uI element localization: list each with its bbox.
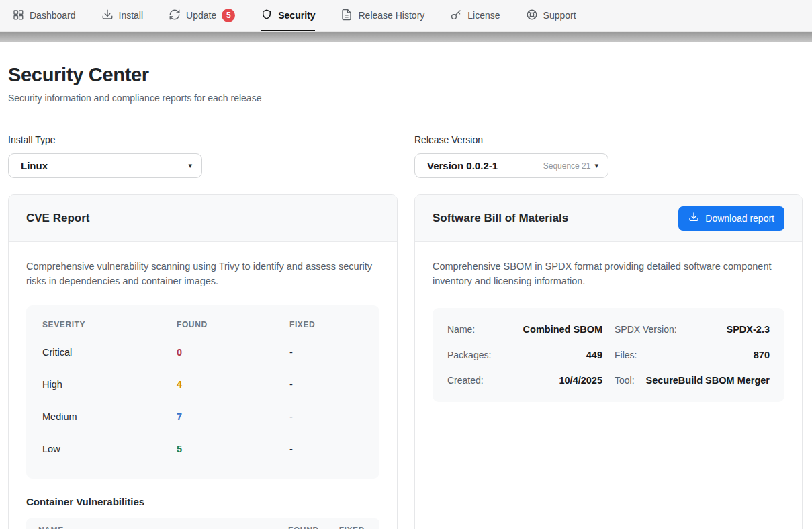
nav-tab-license[interactable]: License <box>450 0 500 31</box>
release-version-value: Version 0.0.2-1 <box>427 160 498 171</box>
sbom-info-name: Name: Combined SBOM <box>447 324 602 335</box>
fixed-count: - <box>289 336 363 368</box>
found-count: 7 <box>177 401 289 433</box>
release-version-field: Release Version Version 0.0.2-1 Sequence… <box>414 134 803 178</box>
download-report-button[interactable]: Download report <box>678 206 784 231</box>
release-version-select[interactable]: Version 0.0.2-1 Sequence 21 ▾ <box>414 153 608 178</box>
nav-tab-update[interactable]: Update 5 <box>169 0 235 31</box>
sbom-info-panel: Name: Combined SBOM SPDX Version: SPDX-2… <box>433 308 784 402</box>
found-count: 0 <box>177 336 289 368</box>
table-row-high: High 4 - <box>42 368 363 401</box>
filters-row: Install Type Linux ▾ Release Version Ver… <box>8 134 804 178</box>
column-header-fixed: FIXED <box>289 320 363 336</box>
info-label: Packages: <box>447 350 491 360</box>
info-value: SecureBuild SBOM Merger <box>645 375 770 386</box>
nav-label: Release History <box>358 10 424 21</box>
fixed-count: - <box>289 433 363 465</box>
info-value: 870 <box>754 350 770 360</box>
info-value: SPDX-2.3 <box>727 324 770 335</box>
info-label: Created: <box>447 375 484 386</box>
info-label: Tool: <box>615 375 635 386</box>
column-header-found: FOUND <box>288 526 336 529</box>
install-type-select[interactable]: Linux ▾ <box>8 153 202 178</box>
severity-label: Low <box>42 433 177 465</box>
page-subtitle: Security information and compliance repo… <box>8 93 804 104</box>
install-type-value: Linux <box>21 160 48 171</box>
info-value: 449 <box>586 350 602 360</box>
info-value: 10/4/2025 <box>559 375 602 386</box>
refresh-icon <box>169 9 181 23</box>
info-label: Files: <box>615 350 637 360</box>
fixed-count: - <box>289 401 363 433</box>
table-row-medium: Medium 7 - <box>42 401 363 433</box>
update-count-badge: 5 <box>222 9 235 22</box>
table-row-critical: Critical 0 - <box>42 336 363 368</box>
sbom-card: Software Bill of Materials Download repo… <box>414 194 803 529</box>
nav-label: Dashboard <box>30 10 76 21</box>
sbom-info-packages: Packages: 449 <box>447 350 602 360</box>
nav-label: License <box>467 10 500 21</box>
report-cards-row: CVE Report Comprehensive vulnerability s… <box>8 194 804 529</box>
column-header-severity: SEVERITY <box>42 320 177 336</box>
chevron-down-icon: ▾ <box>594 162 598 169</box>
container-vulnerabilities-title: Container Vulnerabilities <box>26 496 379 507</box>
install-type-field: Install Type Linux ▾ <box>8 134 398 178</box>
install-type-label: Install Type <box>8 134 398 145</box>
top-navigation: Dashboard Install Update 5 Security Rele… <box>0 0 812 32</box>
severity-label: Critical <box>42 336 177 368</box>
nav-label: Install <box>119 10 144 21</box>
sbom-card-header: Software Bill of Materials Download repo… <box>415 195 802 242</box>
info-label: Name: <box>447 324 475 335</box>
severity-table: SEVERITY FOUND FIXED Critical 0 - High 4… <box>26 305 379 479</box>
nav-tab-dashboard[interactable]: Dashboard <box>12 0 76 31</box>
sbom-info-files: Files: 870 <box>615 350 770 360</box>
sbom-info-tool: Tool: SecureBuild SBOM Merger <box>615 375 770 386</box>
severity-label: Medium <box>42 401 177 433</box>
nav-tab-release-history[interactable]: Release History <box>341 0 424 31</box>
cve-card-title: CVE Report <box>26 212 89 225</box>
document-icon <box>341 9 353 23</box>
download-icon <box>101 9 114 23</box>
found-count: 5 <box>177 433 289 465</box>
nav-label: Security <box>278 10 315 21</box>
cve-card-body: Comprehensive vulnerability scanning usi… <box>9 242 397 529</box>
sbom-description: Comprehensive SBOM in SPDX format provid… <box>433 259 782 289</box>
nav-tab-support[interactable]: Support <box>526 0 576 31</box>
column-header-name: NAME <box>38 526 288 529</box>
release-sequence-label: Sequence 21 <box>543 161 591 171</box>
nav-label: Update <box>186 10 216 21</box>
chevron-down-icon: ▾ <box>188 162 192 169</box>
cve-description: Comprehensive vulnerability scanning usi… <box>26 259 375 289</box>
sbom-card-title: Software Bill of Materials <box>433 212 568 225</box>
nav-label: Support <box>543 10 576 21</box>
release-version-label: Release Version <box>414 134 803 145</box>
severity-table-header: SEVERITY FOUND FIXED <box>42 320 363 336</box>
page-title: Security Center <box>8 64 804 86</box>
nav-tab-security[interactable]: Security <box>261 0 315 31</box>
lifebuoy-icon <box>526 9 538 23</box>
sbom-info-spdx-version: SPDX Version: SPDX-2.3 <box>615 324 770 335</box>
severity-label: High <box>42 368 177 401</box>
cve-card-header: CVE Report <box>9 195 397 242</box>
dashboard-grid-icon <box>12 9 24 23</box>
download-icon <box>688 212 699 225</box>
key-icon <box>450 9 462 23</box>
info-label: SPDX Version: <box>615 324 677 335</box>
header-scroll-shadow <box>0 32 812 42</box>
sbom-card-body: Comprehensive SBOM in SPDX format provid… <box>415 242 802 529</box>
container-vulnerabilities-header: NAME FOUND FIXED <box>26 518 379 529</box>
info-value: Combined SBOM <box>523 324 602 335</box>
table-row-low: Low 5 - <box>42 433 363 465</box>
column-header-fixed: FIXED <box>336 526 365 529</box>
cve-report-card: CVE Report Comprehensive vulnerability s… <box>8 194 398 529</box>
fixed-count: - <box>289 368 363 401</box>
nav-tab-install[interactable]: Install <box>101 0 144 31</box>
sbom-info-created: Created: 10/4/2025 <box>447 375 602 386</box>
download-report-label: Download report <box>705 213 774 224</box>
found-count: 4 <box>177 368 289 401</box>
column-header-found: FOUND <box>177 320 289 336</box>
shield-icon <box>261 9 273 23</box>
